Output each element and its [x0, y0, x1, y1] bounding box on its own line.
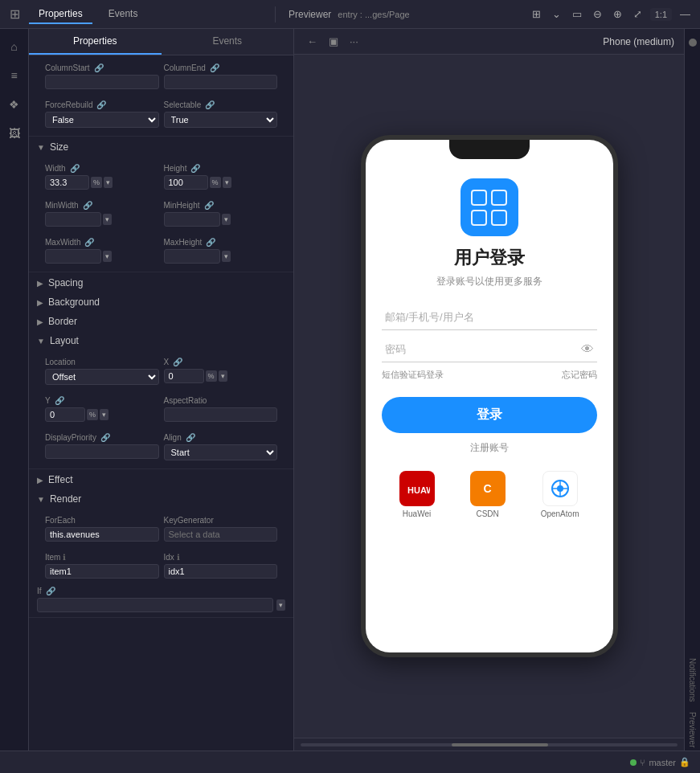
min-height-with-unit: ▾ [164, 212, 278, 227]
column-end-link-icon[interactable]: 🔗 [210, 63, 219, 72]
password-input[interactable] [382, 337, 597, 362]
max-height-link-icon[interactable]: 🔗 [206, 238, 215, 247]
min-height-input[interactable] [164, 212, 220, 227]
selectable-link-icon[interactable]: 🔗 [205, 100, 215, 109]
tab-properties[interactable]: Properties [29, 5, 92, 24]
max-height-chevron-btn[interactable]: ▾ [222, 251, 231, 262]
props-tab-properties[interactable]: Properties [29, 29, 162, 55]
item-info-icon[interactable]: ℹ [63, 553, 66, 562]
column-start-link-icon[interactable]: 🔗 [94, 63, 104, 72]
x-input[interactable] [164, 369, 204, 383]
effect-section-header[interactable]: ▶ Effect [29, 469, 293, 489]
width-unit-btn[interactable]: % [91, 177, 102, 188]
for-each-input[interactable] [45, 527, 159, 542]
location-x-row: Location Offset X 🔗 % ▾ [37, 354, 285, 388]
item-input[interactable] [45, 564, 159, 579]
max-width-group: MaxWidth 🔗 ▾ [45, 238, 159, 264]
top-bar: ⊞ Properties Events Previewer entry : ..… [0, 0, 700, 29]
key-generator-input[interactable] [164, 527, 278, 542]
x-chevron-btn[interactable]: ▾ [219, 370, 227, 382]
eye-icon[interactable]: 👁 [581, 342, 594, 357]
column-end-input[interactable] [164, 75, 278, 89]
device-icon-btn[interactable]: ⌄ [549, 6, 564, 22]
previewer-side-label[interactable]: Previewer [688, 712, 697, 747]
login-button[interactable]: 登录 [382, 397, 597, 433]
if-input[interactable] [37, 598, 273, 612]
third-party-huawei[interactable]: HUAWEI HuaWei [399, 471, 435, 518]
spacing-section-header[interactable]: ▶ Spacing [29, 272, 293, 292]
background-section-header[interactable]: ▶ Background [29, 292, 293, 311]
width-link-icon[interactable]: 🔗 [70, 164, 80, 173]
display-priority-input[interactable] [45, 444, 159, 459]
max-height-with-unit: ▾ [164, 249, 278, 264]
selectable-select[interactable]: True False [164, 112, 278, 128]
min-width-input[interactable] [45, 212, 101, 227]
app-icon-dot-3 [471, 210, 487, 226]
y-input[interactable] [45, 407, 85, 422]
min-width-link-icon[interactable]: 🔗 [83, 201, 92, 210]
display-priority-label-group: DisplayPriority 🔗 [45, 433, 159, 442]
min-height-chevron-btn[interactable]: ▾ [222, 214, 231, 225]
idx-info-icon[interactable]: ℹ [177, 553, 180, 562]
width-chevron-btn[interactable]: ▾ [104, 177, 113, 188]
x-link-icon[interactable]: 🔗 [173, 358, 182, 366]
location-group: Location Offset [45, 358, 159, 385]
min-width-chevron-btn[interactable]: ▾ [103, 214, 112, 225]
max-height-input[interactable] [164, 249, 220, 264]
third-party-openatom[interactable]: OpenAtom [541, 471, 579, 518]
key-generator-label: KeyGenerator [164, 516, 214, 525]
align-link-icon[interactable]: 🔗 [186, 433, 195, 442]
sidebar-icon-assets[interactable]: 🖼 [3, 122, 26, 145]
sidebar-icon-home[interactable]: ⌂ [3, 35, 26, 58]
y-link-icon[interactable]: 🔗 [55, 396, 64, 405]
location-select[interactable]: Offset [45, 369, 159, 385]
x-unit-btn[interactable]: % [206, 370, 217, 382]
column-start-input[interactable] [45, 75, 159, 89]
sms-login-link[interactable]: 短信验证码登录 [382, 369, 444, 381]
tab-events[interactable]: Events [99, 5, 148, 24]
force-rebuild-select[interactable]: False True [45, 112, 159, 128]
size-section-header[interactable]: ▼ Size [29, 137, 293, 156]
layout-section-header[interactable]: ▼ Layout [29, 330, 293, 350]
props-tab-events[interactable]: Events [162, 29, 294, 55]
border-section-header[interactable]: ▶ Border [29, 311, 293, 330]
height-unit-btn[interactable]: % [210, 177, 221, 188]
height-link-icon[interactable]: 🔗 [190, 164, 200, 173]
max-width-chevron-btn[interactable]: ▾ [103, 251, 112, 262]
height-chevron-btn[interactable]: ▾ [223, 177, 231, 188]
max-width-input[interactable] [45, 249, 101, 264]
notifications-label[interactable]: Notifications [688, 658, 697, 701]
zoom-out-icon-btn[interactable]: ⊖ [590, 6, 605, 22]
register-link[interactable]: 注册账号 [470, 441, 509, 455]
forward-icon-btn[interactable]: ▣ [325, 34, 342, 49]
align-select[interactable]: Start [164, 444, 278, 460]
width-input[interactable] [45, 175, 89, 190]
y-chevron-btn[interactable]: ▾ [100, 409, 108, 420]
column-end-group: ColumnEnd 🔗 [164, 63, 278, 89]
if-link-icon[interactable]: 🔗 [46, 587, 55, 595]
render-section-header[interactable]: ▼ Render [29, 489, 293, 508]
y-unit-btn[interactable]: % [87, 409, 98, 420]
forgot-password-link[interactable]: 忘记密码 [562, 369, 597, 381]
max-width-link-icon[interactable]: 🔗 [84, 238, 94, 247]
minimize-icon-btn[interactable]: — [677, 6, 694, 22]
app-logo-icon[interactable]: ⊞ [6, 6, 23, 22]
aspect-ratio-input[interactable] [164, 407, 278, 422]
previewer-scroll[interactable] [294, 738, 684, 751]
rect-icon-btn[interactable]: ▭ [569, 6, 585, 22]
if-chevron-btn[interactable]: ▾ [276, 599, 285, 611]
idx-input[interactable] [164, 564, 278, 579]
zoom-in-icon-btn[interactable]: ⊕ [610, 6, 625, 22]
display-priority-link-icon[interactable]: 🔗 [100, 433, 110, 442]
sidebar-icon-layers[interactable]: ≡ [3, 64, 26, 87]
fit-icon-btn[interactable]: ⤢ [630, 6, 645, 22]
third-party-csdn[interactable]: C CSDN [470, 471, 506, 518]
force-rebuild-link-icon[interactable]: 🔗 [96, 100, 106, 109]
sidebar-icon-components[interactable]: ❖ [3, 93, 26, 116]
email-input[interactable] [382, 305, 597, 330]
layout-icon-btn[interactable]: ⊞ [529, 6, 544, 22]
back-icon-btn[interactable]: ← [304, 34, 321, 49]
more-icon-btn[interactable]: ··· [346, 34, 362, 49]
height-input[interactable] [164, 175, 208, 190]
min-height-link-icon[interactable]: 🔗 [204, 201, 214, 210]
